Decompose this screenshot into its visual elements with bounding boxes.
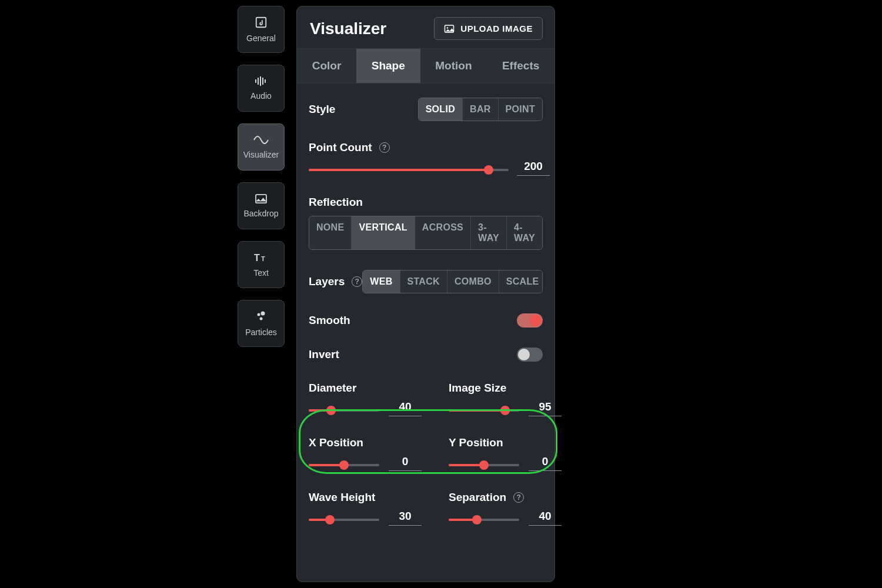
image-upload-icon xyxy=(444,24,455,34)
smooth-toggle[interactable] xyxy=(517,313,543,328)
panel-title: Visualizer xyxy=(310,19,386,38)
wave-height-slider[interactable] xyxy=(309,514,379,526)
audio-waveform-icon xyxy=(254,76,268,86)
layers-option-scale[interactable]: SCALE xyxy=(499,270,543,293)
help-icon[interactable]: ? xyxy=(379,142,390,153)
style-option-point[interactable]: POINT xyxy=(498,98,542,121)
sine-wave-icon xyxy=(253,135,269,145)
text-icon: TT xyxy=(254,252,268,263)
style-option-bar[interactable]: BAR xyxy=(462,98,498,121)
point-count-value[interactable]: 200 xyxy=(516,160,551,173)
sidebar-item-general[interactable]: General xyxy=(238,6,285,53)
music-note-icon xyxy=(255,16,268,29)
smooth-label: Smooth xyxy=(309,314,350,327)
diameter-label: Diameter xyxy=(309,382,423,395)
y-position-slider[interactable] xyxy=(449,459,519,471)
image-size-slider[interactable] xyxy=(449,405,519,416)
diameter-slider[interactable] xyxy=(309,405,379,416)
sidebar-item-text[interactable]: TT Text xyxy=(238,241,285,288)
x-position-value[interactable]: 0 xyxy=(387,455,423,468)
reflection-label: Reflection xyxy=(309,196,543,209)
svg-point-9 xyxy=(258,313,260,316)
sidebar-item-label: Visualizer xyxy=(243,150,279,159)
sidebar-item-label: Particles xyxy=(245,328,277,337)
x-position-slider[interactable] xyxy=(309,459,379,471)
layers-option-combo[interactable]: COMBO xyxy=(447,270,499,293)
layers-option-web[interactable]: WEB xyxy=(363,270,399,293)
wave-height-label: Wave Height xyxy=(309,491,423,504)
reflection-option-none[interactable]: NONE xyxy=(309,216,351,249)
help-icon[interactable]: ? xyxy=(513,492,524,503)
sidebar-item-backdrop[interactable]: Backdrop xyxy=(238,182,285,229)
tab-shape[interactable]: Shape xyxy=(356,49,420,83)
separation-label: Separation xyxy=(449,491,506,504)
point-count-slider[interactable] xyxy=(309,164,509,176)
point-count-label: Point Count xyxy=(309,141,372,154)
style-segmented: SOLID BAR POINT xyxy=(418,98,543,121)
sidebar-item-label: General xyxy=(246,34,276,43)
image-icon xyxy=(255,193,268,204)
layers-segmented: WEB STACK COMBO SCALE xyxy=(362,270,543,293)
style-option-solid[interactable]: SOLID xyxy=(419,98,462,121)
sidebar-item-label: Text xyxy=(253,268,269,278)
diameter-value[interactable]: 40 xyxy=(387,400,423,413)
reflection-option-3way[interactable]: 3-WAY xyxy=(470,216,506,249)
svg-point-10 xyxy=(261,312,265,316)
image-size-label: Image Size xyxy=(449,382,563,395)
tab-motion[interactable]: Motion xyxy=(420,49,487,83)
sidebar-item-audio[interactable]: Audio xyxy=(238,65,285,112)
help-icon[interactable]: ? xyxy=(352,276,362,287)
y-position-value[interactable]: 0 xyxy=(527,455,563,468)
reflection-option-vertical[interactable]: VERTICAL xyxy=(351,216,414,249)
y-position-label: Y Position xyxy=(449,436,563,449)
reflection-option-4way[interactable]: 4-WAY xyxy=(506,216,542,249)
upload-image-button[interactable]: UPLOAD IMAGE xyxy=(434,17,543,40)
sidebar-item-particles[interactable]: Particles xyxy=(238,300,285,347)
x-position-label: X Position xyxy=(309,436,423,449)
image-size-value[interactable]: 95 xyxy=(527,400,563,413)
reflection-option-across[interactable]: ACROSS xyxy=(415,216,470,249)
separation-slider[interactable] xyxy=(449,514,519,526)
svg-rect-6 xyxy=(256,195,266,203)
svg-text:T: T xyxy=(261,255,265,262)
invert-toggle[interactable] xyxy=(517,348,543,362)
sidebar-item-label: Audio xyxy=(250,91,272,101)
layers-label: Layers xyxy=(309,275,345,288)
sidebar-item-visualizer[interactable]: Visualizer xyxy=(238,123,285,171)
settings-panel: Visualizer UPLOAD IMAGE Color Shape Moti… xyxy=(296,6,555,582)
layers-option-stack[interactable]: STACK xyxy=(400,270,447,293)
svg-point-13 xyxy=(447,27,448,28)
tab-effects[interactable]: Effects xyxy=(487,49,554,83)
tabs: Color Shape Motion Effects xyxy=(297,48,554,83)
separation-value[interactable]: 40 xyxy=(527,510,563,523)
sidebar: General Audio Visualizer Backdrop TT Tex… xyxy=(238,6,285,347)
sidebar-item-label: Backdrop xyxy=(243,209,278,218)
invert-label: Invert xyxy=(309,348,339,361)
svg-text:T: T xyxy=(254,253,260,263)
tab-color[interactable]: Color xyxy=(297,49,356,83)
wave-height-value[interactable]: 30 xyxy=(387,510,423,523)
style-label: Style xyxy=(309,103,335,116)
particles-icon xyxy=(255,310,268,323)
reflection-segmented: NONE VERTICAL ACROSS 3-WAY 4-WAY xyxy=(309,216,543,250)
svg-point-11 xyxy=(260,318,263,320)
upload-image-label: UPLOAD IMAGE xyxy=(460,24,533,34)
